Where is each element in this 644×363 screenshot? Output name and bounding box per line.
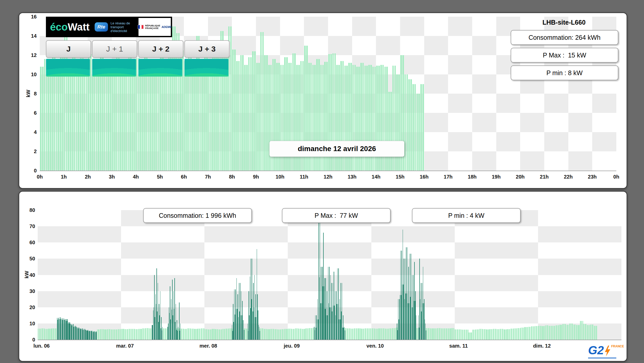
axis-tick-label: 9h: [246, 174, 266, 180]
checkerboard-grid: [38, 210, 621, 340]
axis-tick-label: 10h: [270, 174, 290, 180]
rte-tagline: Le réseau de transport d'électricité: [111, 21, 137, 33]
ademe-logo: ADEME: [162, 25, 172, 28]
ecowatt-forecast-tile-j2[interactable]: [138, 59, 182, 77]
axis-tick-label: 0: [22, 337, 35, 343]
axis-tick-label: sam. 11: [446, 343, 471, 349]
ecowatt-forecast-tile-j3[interactable]: [184, 59, 229, 77]
weekly-chart-plot: [38, 210, 621, 340]
rte-logo: Rte: [95, 22, 108, 32]
axis-tick-label: 17h: [438, 174, 458, 180]
ecowatt-logo-bar: écoWatt Rte Le réseau de transport d'éle…: [46, 17, 172, 37]
axis-tick-label: 0h: [606, 174, 627, 180]
axis-tick-label: 6: [24, 110, 37, 116]
axis-tick-label: 80: [22, 207, 35, 213]
site-title: LHB-site-L660: [511, 19, 617, 26]
axis-tick-label: 15h: [390, 174, 410, 180]
lightning-icon: [605, 346, 611, 356]
axis-tick-label: 23h: [582, 174, 602, 180]
day-button-j[interactable]: J: [46, 40, 91, 58]
weekly-pmax-stat: P Max : 77 kW: [282, 208, 391, 223]
axis-tick-label: 8h: [222, 174, 242, 180]
g2e-logo-text: G2: [588, 344, 604, 356]
axis-tick-label: mar. 07: [112, 343, 138, 349]
axis-tick-label: lun. 06: [29, 343, 54, 349]
daily-pmax-stat: P Max : 15 kW: [511, 48, 618, 63]
axis-tick-label: 13h: [342, 174, 362, 180]
axis-tick-label: 2h: [77, 174, 98, 180]
axis-tick-label: mer. 08: [195, 343, 221, 349]
axis-tick-label: 30: [22, 288, 35, 294]
ecowatt-logo-eco: éco: [50, 21, 68, 33]
ecowatt-forecast-tile-j[interactable]: [46, 59, 90, 77]
axis-tick-label: dim. 12: [529, 343, 555, 349]
axis-tick-label: 10: [24, 71, 37, 77]
axis-tick-label: 60: [22, 239, 35, 246]
g2e-logo-underline: [588, 358, 616, 358]
weekly-pmin-stat: P min : 4 kW: [412, 208, 521, 223]
axis-tick-label: 19h: [486, 174, 507, 180]
axis-tick-label: jeu. 09: [279, 343, 304, 349]
axis-tick-label: 21h: [534, 174, 554, 180]
axis-tick-label: 14: [24, 33, 37, 39]
date-badge: dimanche 12 avril 2026: [269, 141, 404, 157]
axis-tick-label: 40: [22, 272, 35, 278]
daily-chart-panel: kW dimanche 12 avril 2026 écoWatt Rte Le…: [18, 12, 627, 189]
weekly-baseline-bars: [38, 321, 597, 340]
day-button-j1[interactable]: J + 1: [92, 40, 137, 58]
day-button-j3[interactable]: J + 3: [184, 40, 230, 58]
daily-pmin-stat: P min : 8 kW: [511, 65, 618, 80]
axis-tick-label: 3h: [102, 174, 122, 180]
axis-tick-label: 2: [24, 148, 37, 154]
day-button-j2[interactable]: J + 2: [138, 40, 183, 58]
axis-tick-label: 12: [24, 52, 37, 58]
axis-tick-label: 6h: [174, 174, 194, 180]
axis-tick-label: 14h: [366, 174, 386, 180]
axis-tick-label: 7h: [198, 174, 218, 180]
axis-tick-label: 22h: [558, 174, 579, 180]
ecowatt-logo-watt: Watt: [68, 21, 90, 33]
g2e-logo: G2 FRANCE: [588, 344, 621, 358]
axis-tick-label: 4h: [126, 174, 146, 180]
axis-tick-label: 4: [24, 129, 37, 135]
app-root: { "page": {"background": "#6a6a6a"}, "to…: [0, 0, 644, 363]
axis-tick-label: 70: [22, 223, 35, 229]
axis-tick-label: 5h: [150, 174, 170, 180]
axis-tick-label: 11h: [294, 174, 314, 180]
government-logos: RÉPUBLIQUE FRANÇAISE ADEME: [138, 18, 171, 36]
g2e-country-label: FRANCE: [611, 345, 624, 348]
axis-tick-label: ven. 10: [362, 343, 388, 349]
axis-tick-label: 0h: [29, 174, 50, 180]
french-flag-icon: [138, 25, 144, 29]
weekly-chart-panel: kW Consommation: 1 996 kWh P Max : 77 kW…: [18, 191, 627, 362]
axis-tick-label: 20: [22, 304, 35, 310]
axis-tick-label: 18h: [462, 174, 482, 180]
axis-tick-label: 50: [22, 256, 35, 262]
ecowatt-forecast-tile-j1[interactable]: [92, 59, 136, 77]
republique-francaise-label: RÉPUBLIQUE FRANÇAISE: [145, 24, 160, 30]
axis-tick-label: 16h: [414, 174, 434, 180]
axis-tick-label: 16: [24, 14, 37, 20]
daily-consumption-stat: Consommation: 264 kWh: [511, 30, 618, 45]
axis-tick-label: 10: [22, 320, 35, 327]
weekly-consumption-stat: Consommation: 1 996 kWh: [143, 208, 252, 223]
axis-tick-label: 12h: [318, 174, 338, 180]
ecowatt-logo: écoWatt: [50, 21, 90, 33]
axis-tick-label: 8: [24, 91, 37, 97]
axis-tick-label: 20h: [510, 174, 530, 180]
weekly-chart-svg: [38, 210, 621, 340]
axis-tick-label: 1h: [54, 174, 74, 180]
axis-tick-label: 0: [24, 168, 37, 174]
